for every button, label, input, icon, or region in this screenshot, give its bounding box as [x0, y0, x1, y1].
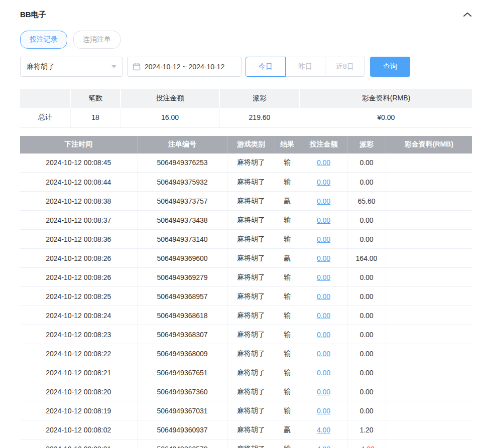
- table-cell: 5064949375932: [137, 173, 227, 192]
- last-8-days-button[interactable]: 近8日: [325, 57, 365, 77]
- summary-cell: ¥0.00: [300, 108, 472, 127]
- table-row: 2024-10-12 00:08:015064949360578麻将胡了输4.0…: [20, 439, 472, 448]
- table-cell: 4.00: [300, 439, 347, 448]
- query-button[interactable]: 查询: [370, 57, 410, 77]
- table-cell: 2024-10-12 00:08:45: [20, 154, 137, 173]
- table-cell: 2024-10-12 00:08:24: [20, 306, 137, 325]
- summary-header-cell: 笔数: [70, 89, 121, 108]
- table-cell: 麻将胡了: [227, 287, 275, 306]
- table-cell: 2024-10-12 00:08:44: [20, 173, 137, 192]
- bet-amount-link[interactable]: 4.00: [317, 445, 330, 448]
- records-header-cell: 彩金资料(RMB): [386, 136, 472, 154]
- table-cell: 赢: [275, 192, 300, 211]
- table-cell: [386, 363, 472, 382]
- table-cell: 输: [275, 211, 300, 230]
- table-cell: 0.00: [347, 173, 386, 192]
- table-cell: 麻将胡了: [227, 363, 275, 382]
- bet-amount-link[interactable]: 0.00: [317, 331, 330, 339]
- table-row: 2024-10-12 00:08:235064949368307麻将胡了输0.0…: [20, 325, 472, 344]
- today-button[interactable]: 今日: [246, 57, 286, 77]
- table-cell: 赢: [275, 420, 300, 439]
- records-header-cell: 注单编号: [137, 136, 227, 154]
- table-cell: 麻将胡了: [227, 306, 275, 325]
- records-body: 2024-10-12 00:08:455064949376253麻将胡了输0.0…: [20, 154, 472, 448]
- table-cell: 5064949368618: [137, 306, 227, 325]
- table-row: 2024-10-12 00:08:385064949373757麻将胡了赢0.0…: [20, 192, 472, 211]
- yesterday-button[interactable]: 昨日: [285, 57, 325, 77]
- table-cell: 输: [275, 268, 300, 287]
- calendar-icon: [133, 63, 141, 71]
- table-cell: [386, 192, 472, 211]
- table-cell: [386, 249, 472, 268]
- table-cell: 5064949367031: [137, 401, 227, 420]
- chevron-down-icon: [111, 65, 116, 68]
- table-cell: 5064949373140: [137, 230, 227, 249]
- summary-cell: 总计: [20, 108, 70, 127]
- table-row: 2024-10-12 00:08:195064949367031麻将胡了输0.0…: [20, 401, 472, 420]
- table-cell: 5064949360937: [137, 420, 227, 439]
- game-type-select[interactable]: 麻将胡了: [20, 57, 123, 77]
- game-type-select-value: 麻将胡了: [27, 62, 55, 71]
- table-cell: 0.00: [300, 401, 347, 420]
- table-cell: 5064949367360: [137, 382, 227, 401]
- bet-amount-link[interactable]: 0.00: [317, 369, 330, 377]
- summary-cell: 16.00: [121, 108, 219, 127]
- table-cell: [386, 325, 472, 344]
- table-row: 2024-10-12 00:08:445064949375932麻将胡了输0.0…: [20, 173, 472, 192]
- table-cell: 0.00: [300, 192, 347, 211]
- table-cell: 麻将胡了: [227, 439, 275, 448]
- bet-amount-link[interactable]: 0.00: [317, 254, 330, 262]
- table-cell: 麻将胡了: [227, 268, 275, 287]
- bet-amount-link[interactable]: 0.00: [317, 273, 330, 281]
- table-cell: [386, 268, 472, 287]
- records-header-row: 下注时间注单编号游戏类别结果投注金额派彩彩金资料(RMB): [20, 136, 472, 154]
- summary-header-cell: 派彩: [219, 89, 300, 108]
- bet-amount-link[interactable]: 0.00: [317, 159, 330, 167]
- tab-canceled-orders[interactable]: 连消注单: [73, 31, 121, 49]
- bet-amount-link[interactable]: 0.00: [317, 350, 330, 358]
- table-cell: 输: [275, 230, 300, 249]
- date-range-input[interactable]: 2024-10-12 ~ 2024-10-12: [127, 57, 242, 77]
- table-cell: 5064949369600: [137, 249, 227, 268]
- table-row: 2024-10-12 00:08:215064949367651麻将胡了输0.0…: [20, 363, 472, 382]
- bet-amount-link[interactable]: 0.00: [317, 407, 330, 415]
- table-cell: [386, 439, 472, 448]
- bet-amount-link[interactable]: 0.00: [317, 178, 330, 186]
- bet-amount-link[interactable]: 0.00: [317, 235, 330, 243]
- bet-amount-link[interactable]: 4.00: [317, 426, 330, 434]
- table-cell: 1.20: [347, 420, 386, 439]
- table-cell: [386, 344, 472, 363]
- table-cell: 0.00: [347, 363, 386, 382]
- table-row: 2024-10-12 00:08:455064949376253麻将胡了输0.0…: [20, 154, 472, 173]
- table-cell: 输: [275, 287, 300, 306]
- table-cell: 2024-10-12 00:08:25: [20, 287, 137, 306]
- page-title: BB电子: [20, 10, 46, 20]
- summary-header-cell: 彩金资料(RMB): [300, 89, 472, 108]
- table-row: 2024-10-12 00:08:225064949368009麻将胡了输0.0…: [20, 344, 472, 363]
- table-cell: [386, 306, 472, 325]
- table-row: 2024-10-12 00:08:255064949368957麻将胡了输0.0…: [20, 287, 472, 306]
- summary-header-row: 笔数投注金额派彩彩金资料(RMB): [20, 89, 472, 108]
- table-cell: 麻将胡了: [227, 382, 275, 401]
- table-cell: 164.00: [347, 249, 386, 268]
- table-cell: 麻将胡了: [227, 401, 275, 420]
- records-header-cell: 下注时间: [20, 136, 137, 154]
- tab-bet-records[interactable]: 投注记录: [20, 31, 67, 49]
- chevron-up-icon: [463, 11, 472, 20]
- table-cell: 0.00: [300, 306, 347, 325]
- bet-amount-link[interactable]: 0.00: [317, 292, 330, 301]
- tab-bar: 投注记录 连消注单: [20, 31, 472, 49]
- table-cell: 0.00: [347, 382, 386, 401]
- bet-amount-link[interactable]: 0.00: [317, 312, 330, 320]
- table-cell: 0.00: [300, 249, 347, 268]
- bet-amount-link[interactable]: 0.00: [317, 388, 330, 396]
- table-cell: 2024-10-12 00:08:26: [20, 268, 137, 287]
- bet-amount-link[interactable]: 0.00: [317, 216, 330, 224]
- table-cell: 2024-10-12 00:08:36: [20, 230, 137, 249]
- table-cell: 5064949373438: [137, 211, 227, 230]
- collapse-panel-button[interactable]: [463, 11, 472, 20]
- summary-cell: 219.60: [219, 108, 300, 127]
- table-cell: 0.00: [347, 211, 386, 230]
- table-cell: -4.00: [347, 439, 386, 448]
- bet-amount-link[interactable]: 0.00: [317, 197, 330, 205]
